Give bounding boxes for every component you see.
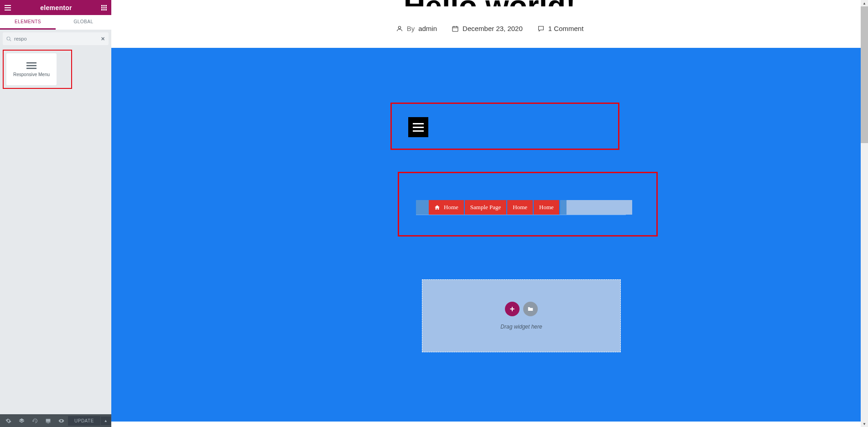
hamburger-menu-button[interactable] — [408, 117, 428, 137]
meta-date: December 23, 2020 — [452, 25, 523, 32]
preview-canvas: Hello world! By admin December 23, 2020 … — [111, 0, 868, 427]
meta-date-text[interactable]: December 23, 2020 — [463, 25, 523, 32]
nav-spacer-right — [567, 200, 632, 215]
scrollbar-thumb[interactable] — [861, 6, 868, 143]
svg-rect-4 — [104, 7, 105, 8]
post-title: Hello world! — [111, 0, 868, 6]
widgets-panel: Responsive Menu — [0, 47, 111, 414]
svg-rect-0 — [101, 5, 103, 6]
plus-icon: + — [510, 304, 515, 314]
calendar-icon — [452, 25, 459, 32]
add-section-button[interactable]: + — [505, 302, 520, 316]
add-template-button[interactable] — [523, 302, 538, 316]
nav-item-home-3[interactable]: Home — [534, 200, 560, 215]
search-icon — [6, 36, 11, 41]
sidebar-header: elementor — [0, 0, 111, 15]
tab-elements[interactable]: ELEMENTS — [0, 15, 56, 30]
gear-icon — [5, 418, 11, 424]
blue-section: Home Sample Page Home Home + — [111, 48, 861, 422]
desktop-icon — [45, 418, 51, 424]
sidebar-footer: UPDATE ▲ — [0, 414, 111, 427]
nav-item-sample-page[interactable]: Sample Page — [465, 200, 508, 215]
sidebar-apps-button[interactable] — [101, 5, 107, 10]
preview-button[interactable] — [55, 418, 68, 424]
widget-highlight-box: Responsive Menu — [3, 50, 72, 89]
nav-item-label: Home — [513, 204, 527, 211]
svg-rect-5 — [105, 7, 107, 8]
folder-icon — [527, 306, 534, 312]
drop-zone-text: Drag widget here — [500, 324, 542, 330]
nav-item-home-1[interactable]: Home — [429, 200, 465, 215]
update-button[interactable]: UPDATE — [68, 416, 100, 426]
meta-comments-text[interactable]: 1 Comment — [548, 25, 584, 32]
user-icon — [396, 25, 403, 32]
nav-underline — [416, 215, 626, 215]
eye-icon — [58, 418, 64, 424]
svg-rect-1 — [104, 5, 105, 6]
home-icon — [434, 205, 440, 210]
nav-item-label: Home — [539, 204, 554, 211]
hamburger-icon — [413, 127, 424, 128]
svg-rect-7 — [104, 9, 105, 10]
post-meta: By admin December 23, 2020 1 Comment — [111, 25, 868, 32]
scroll-up-button[interactable]: ▲ — [861, 0, 868, 6]
svg-rect-11 — [452, 26, 458, 31]
sidebar-menu-button[interactable] — [5, 5, 11, 10]
svg-rect-2 — [105, 5, 107, 6]
history-button[interactable] — [28, 418, 42, 424]
editor-sidebar: elementor ELEMENTS GLOBAL ✕ Responsive M… — [0, 0, 111, 427]
widget-responsive-menu[interactable]: Responsive Menu — [6, 53, 57, 85]
sidebar-logo: elementor — [40, 4, 72, 11]
tab-global[interactable]: GLOBAL — [56, 15, 111, 30]
comment-icon — [537, 25, 545, 32]
search-input[interactable] — [14, 36, 101, 41]
nav-spacer-mid — [560, 200, 567, 215]
svg-rect-3 — [101, 7, 103, 8]
layers-icon — [19, 418, 25, 424]
post-header: Hello world! By admin December 23, 2020 … — [111, 0, 868, 32]
meta-author-by: By — [407, 25, 415, 32]
nav-item-label: Sample Page — [470, 204, 501, 211]
responsive-button[interactable] — [42, 418, 55, 424]
nav-menu: Home Sample Page Home Home — [416, 200, 632, 215]
meta-author: By admin — [396, 25, 437, 32]
meta-author-name[interactable]: admin — [418, 25, 437, 32]
svg-rect-8 — [105, 9, 107, 10]
menu-icon — [26, 62, 36, 69]
svg-point-9 — [7, 37, 10, 40]
nav-item-label: Home — [444, 204, 458, 211]
widget-label: Responsive Menu — [13, 72, 50, 77]
history-icon — [32, 418, 38, 424]
hamburger-icon — [5, 5, 11, 10]
svg-rect-6 — [101, 9, 103, 10]
scroll-down-button[interactable]: ▼ — [861, 421, 868, 427]
sidebar-tabs: ELEMENTS GLOBAL — [0, 15, 111, 30]
widget-drop-zone[interactable]: + Drag widget here — [422, 279, 621, 352]
clear-search-button[interactable]: ✕ — [101, 36, 105, 42]
svg-line-10 — [10, 40, 11, 41]
meta-comments: 1 Comment — [537, 25, 584, 32]
drop-zone-buttons: + — [505, 302, 538, 316]
settings-button[interactable] — [2, 418, 15, 424]
nav-spacer-left — [416, 200, 429, 215]
nav-item-home-2[interactable]: Home — [507, 200, 534, 215]
update-options-button[interactable]: ▲ — [100, 417, 111, 425]
navigator-button[interactable] — [15, 418, 28, 424]
widget-search: ✕ — [3, 32, 109, 45]
vertical-scrollbar[interactable]: ▲ ▼ — [861, 0, 868, 427]
grid-icon — [101, 5, 107, 10]
